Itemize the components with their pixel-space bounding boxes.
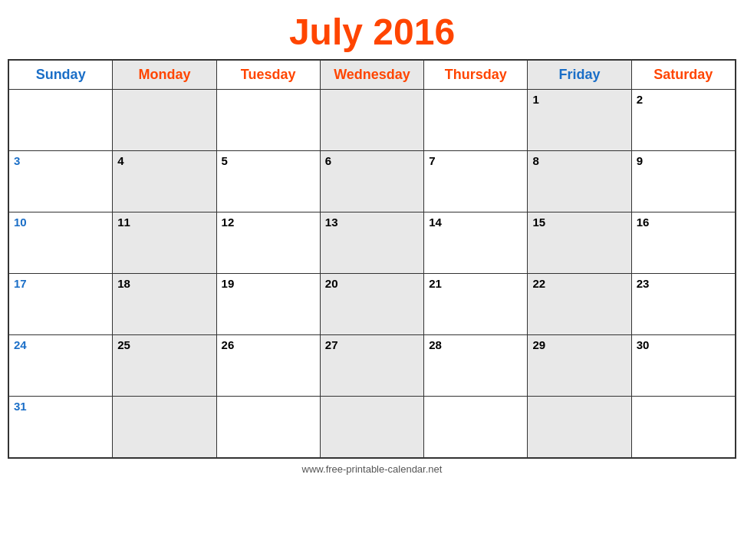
header-row: SundayMondayTuesdayWednesdayThursdayFrid…	[9, 61, 736, 90]
date-number: 30	[637, 338, 650, 351]
date-number: 25	[117, 338, 130, 351]
week-row-3: 17181920212223	[9, 274, 736, 335]
date-number: 27	[325, 338, 338, 351]
calendar-cell: 5	[216, 151, 320, 212]
week-row-1: 3456789	[9, 151, 736, 212]
calendar-cell: 23	[631, 274, 735, 335]
calendar-cell	[320, 397, 423, 458]
date-number: 28	[429, 338, 442, 351]
date-number: 2	[637, 93, 643, 106]
date-number: 31	[14, 400, 27, 413]
calendar-cell: 11	[113, 212, 216, 274]
calendar-cell: 3	[9, 151, 113, 212]
calendar-cell: 17	[9, 274, 113, 335]
date-number: 22	[532, 277, 545, 290]
calendar-cell	[113, 397, 216, 458]
calendar-cell: 4	[113, 151, 216, 212]
date-number: 16	[637, 216, 650, 229]
calendar-cell: 20	[320, 274, 423, 335]
calendar-cell: 25	[113, 335, 216, 397]
date-number: 14	[429, 216, 442, 229]
calendar-cell: 16	[631, 212, 735, 274]
calendar-cell: 10	[9, 212, 113, 274]
calendar-cell: 12	[216, 212, 320, 274]
calendar-cell: 18	[113, 274, 216, 335]
calendar-title: July 2016	[289, 11, 455, 53]
date-number: 18	[117, 277, 130, 290]
date-number: 23	[637, 277, 650, 290]
date-number: 20	[325, 277, 338, 290]
calendar-cell	[424, 397, 528, 458]
date-number: 17	[14, 277, 27, 290]
date-number: 21	[429, 277, 442, 290]
date-number: 3	[14, 154, 20, 167]
calendar-cell	[528, 397, 631, 458]
calendar-cell: 1	[528, 90, 631, 151]
date-number: 6	[325, 154, 331, 167]
date-number: 29	[532, 338, 545, 351]
date-number: 5	[222, 154, 228, 167]
header-cell-wednesday: Wednesday	[320, 61, 423, 90]
week-row-4: 24252627282930	[9, 335, 736, 397]
calendar-cell: 24	[9, 335, 113, 397]
date-number: 19	[222, 277, 235, 290]
calendar-cell: 7	[424, 151, 528, 212]
calendar-cell: 15	[528, 212, 631, 274]
calendar-cell	[9, 90, 113, 151]
date-number: 15	[532, 216, 545, 229]
header-cell-tuesday: Tuesday	[216, 61, 320, 90]
date-number: 26	[222, 338, 235, 351]
calendar-table: SundayMondayTuesdayWednesdayThursdayFrid…	[8, 60, 736, 458]
header-cell-monday: Monday	[113, 61, 216, 90]
calendar-cell: 22	[528, 274, 631, 335]
calendar-cell: 9	[631, 151, 735, 212]
calendar-cell	[216, 90, 320, 151]
week-row-5: 31	[9, 397, 736, 458]
header-cell-saturday: Saturday	[631, 61, 735, 90]
calendar-cell: 6	[320, 151, 423, 212]
calendar-cell: 27	[320, 335, 423, 397]
date-number: 10	[14, 216, 27, 229]
date-number: 9	[637, 154, 643, 167]
calendar-cell	[216, 397, 320, 458]
calendar-cell	[320, 90, 423, 151]
date-number: 7	[429, 154, 435, 167]
calendar-cell: 29	[528, 335, 631, 397]
date-number: 8	[532, 154, 538, 167]
calendar-cell: 31	[9, 397, 113, 458]
date-number: 12	[222, 216, 235, 229]
calendar-cell: 14	[424, 212, 528, 274]
header-cell-friday: Friday	[528, 61, 631, 90]
calendar-cell: 13	[320, 212, 423, 274]
calendar-cell	[424, 90, 528, 151]
date-number: 11	[117, 216, 130, 229]
calendar-cell: 28	[424, 335, 528, 397]
date-number: 1	[532, 93, 538, 106]
calendar-cell: 19	[216, 274, 320, 335]
date-number: 24	[14, 338, 27, 351]
header-cell-sunday: Sunday	[9, 61, 113, 90]
calendar-cell: 30	[631, 335, 735, 397]
footer-url: www.free-printable-calendar.net	[8, 459, 736, 478]
header-cell-thursday: Thursday	[424, 61, 528, 90]
calendar-cell: 8	[528, 151, 631, 212]
calendar-cell: 2	[631, 90, 735, 151]
calendar-container: SundayMondayTuesdayWednesdayThursdayFrid…	[8, 59, 736, 459]
week-row-2: 10111213141516	[9, 212, 736, 274]
week-row-0: 12	[9, 90, 736, 151]
date-number: 4	[117, 154, 123, 167]
calendar-cell: 26	[216, 335, 320, 397]
calendar-cell	[631, 397, 735, 458]
calendar-cell	[113, 90, 216, 151]
calendar-cell: 21	[424, 274, 528, 335]
date-number: 13	[325, 216, 338, 229]
